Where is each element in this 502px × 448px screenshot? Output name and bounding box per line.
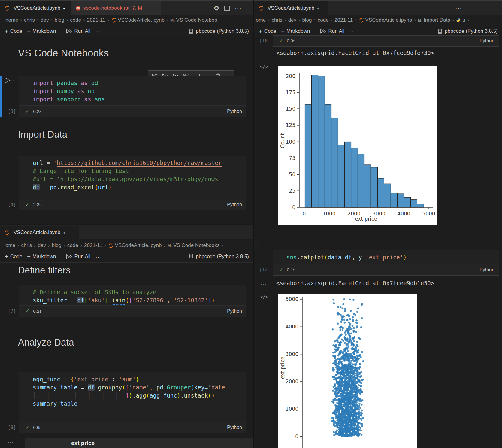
breadcrumb-item[interactable]: dev [41,17,49,23]
tab-vscodearticle-left-top[interactable]: VSCodeArticle.ipynb ● [0,1,71,15]
breadcrumb-item[interactable]: ome [5,242,15,248]
cell-language[interactable]: Python [227,309,242,314]
breadcrumb-item[interactable]: code [70,17,81,23]
modified-dot-icon[interactable]: ● [63,231,65,235]
breadcrumb-item[interactable]: chris [24,17,35,23]
split-editor-icon[interactable] [224,6,230,11]
kernel-picker[interactable]: pbpcode (Python 3.8.5) [189,254,249,260]
cell-language[interactable]: Python [227,425,242,430]
strip-dot [350,424,352,426]
more-actions-icon[interactable]: ··· [455,5,462,11]
code-cell-imports[interactable]: import pandas as pdimport numpy as npimp… [19,76,246,117]
more-actions-icon[interactable]: ··· [235,5,242,11]
add-code-cell-button[interactable]: +Code [259,28,276,34]
breadcrumb-item[interactable]: blog [302,17,312,23]
breadcrumb-item[interactable]: blog [55,17,64,23]
code-editor[interactable]: url = 'https://github.com/chris1610/pbpy… [33,159,245,191]
code-editor[interactable]: agg_func = {'ext price': 'sum'}summary_t… [33,375,245,416]
code-token: 'name' [129,384,150,391]
add-code-cell-button[interactable]: +Code [5,28,22,34]
code-cell-catplot[interactable]: sns.catplot(data=df, y='ext price') ✓ 0.… [273,250,499,276]
run-all-button[interactable]: Run All [66,254,90,260]
strip-dot [337,341,339,343]
breadcrumb: home›chris›dev›blog›code›2021-11›VSCodeA… [0,15,259,25]
run-all-button[interactable]: Run All [66,28,90,34]
strip-dot [350,341,352,343]
breadcrumb-item[interactable]: u [462,17,465,23]
breadcrumb-item[interactable]: VSCodeArticle.ipynb [365,17,412,23]
breadcrumb-item[interactable]: Import Data [424,17,450,23]
strip-dot [344,322,346,324]
breadcrumb-item[interactable]: VSCodeArticle.ipynb [115,242,162,248]
strip-dot [361,379,363,381]
output-options-icon[interactable]: ··· [261,281,267,287]
code-editor[interactable]: import pandas as pdimport numpy as npimp… [33,79,245,103]
code-token: np [88,88,95,94]
strip-dot [355,367,357,369]
toolbar-more-icon[interactable]: ··· [95,28,102,34]
strip-dot [354,413,356,415]
strip-dot [344,427,346,429]
toolbar-more-icon[interactable]: ··· [95,254,102,260]
breadcrumb-item[interactable]: 2021-11 [334,17,353,23]
more-actions-icon[interactable]: ··· [237,230,244,236]
breadcrumb-item[interactable]: VSCodeArticle.ipynb [118,17,165,23]
code-cell-import-data[interactable]: url = 'https://github.com/chris1610/pbpy… [19,156,246,210]
tab-vscodearticle-left-bottom[interactable]: VSCodeArticle.ipynb ● [0,226,79,239]
breadcrumb-item[interactable]: VS Code Notebooks [173,242,219,248]
code-editor[interactable]: sns.catplot(data=df, y='ext price') [286,253,497,261]
change-presentation-icon[interactable]: </> [260,294,268,300]
strip-dot [349,326,351,328]
run-all-button[interactable]: Run All [320,28,344,34]
output-options-icon[interactable]: ··· [8,440,14,445]
modified-dot-icon[interactable]: ● [317,6,319,10]
breadcrumb-item[interactable]: 2021-11 [87,17,105,23]
strip-dot [352,316,354,318]
modified-dot-icon[interactable]: ● [63,6,65,10]
breadcrumb-item[interactable]: 2021-11 [84,242,102,248]
tab-vscode-notebook-rst[interactable]: (R) vscode-notebook.rst 7, M [71,1,161,15]
cell-language[interactable]: Python [227,202,242,207]
breadcrumb-item[interactable]: dev [288,17,296,23]
kernel-picker[interactable]: pbpcode (Python 3.8.5) [189,28,249,34]
breadcrumb-item[interactable]: home [5,17,18,23]
breadcrumb-item[interactable]: VS Code Noteboo [176,17,217,23]
strip-dot [344,342,346,344]
cell-language[interactable]: Python [479,38,494,44]
tab-vscodearticle-right[interactable]: VSCodeArticle.ipynb ● [254,1,328,15]
breadcrumb-item[interactable]: code [67,242,78,248]
add-code-cell-button[interactable]: +Code [5,254,22,260]
code-cell-analyze[interactable]: agg_func = {'ext price': 'sum'}summary_t… [19,372,246,433]
breadcrumb-item[interactable]: blog [52,242,61,248]
breadcrumb-item[interactable]: chris [21,242,32,248]
gear-icon[interactable]: ⚙ [214,5,219,11]
breadcrumb-item[interactable]: dev [38,242,46,248]
add-markdown-cell-button[interactable]: +Markdown [27,28,56,34]
markdown-section-icon: M↓ [168,243,172,248]
strip-dot [353,430,355,432]
toolbar-more-icon[interactable]: ··· [349,28,356,34]
strip-dot [346,359,348,361]
change-presentation-icon[interactable]: </> [260,64,268,69]
histogram-chart: 0100020003000400050000255075100125150175… [278,66,437,225]
strip-dot [339,425,341,427]
code-editor[interactable]: # Define a subset of SKUs to analyzesku_… [33,288,245,304]
code-cell-histogram-status-fragment[interactable]: ✓ 0.3s Python [273,35,499,47]
cell-language[interactable]: Python [479,267,494,273]
y-tick-label: 50 [289,172,295,178]
breadcrumb-separator: › [355,17,356,23]
add-markdown-cell-button[interactable]: +Markdown [27,254,56,260]
strip-dot [333,431,335,434]
run-cell-button[interactable]: ▷ ⌄ [5,76,14,84]
output-options-icon[interactable]: ··· [261,51,267,56]
breadcrumb-item[interactable]: code [318,17,329,23]
editor-group-divider[interactable] [253,0,254,448]
code-cell-filters[interactable]: # Define a subset of SKUs to analyzesku_… [19,285,246,317]
kernel-picker[interactable]: pbpcode (Python 3.8.5) [437,28,498,34]
breadcrumb-item[interactable]: ome [256,17,266,23]
breadcrumb-separator: › [452,17,454,23]
add-markdown-cell-button[interactable]: +Markdown [281,28,310,34]
breadcrumb-item[interactable]: chris [271,17,282,23]
strip-dot [360,326,362,328]
cell-language[interactable]: Python [227,109,242,114]
